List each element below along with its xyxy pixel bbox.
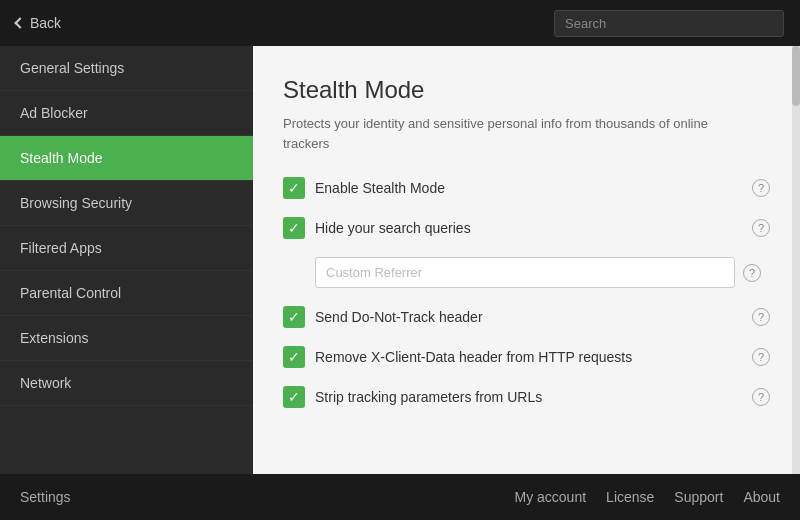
- sidebar-item-general-settings[interactable]: General Settings: [0, 46, 253, 91]
- page-title: Stealth Mode: [283, 76, 770, 104]
- option-send-dnt: ✓ Send Do-Not-Track header ?: [283, 306, 770, 328]
- sidebar-item-stealth-mode[interactable]: Stealth Mode: [0, 136, 253, 181]
- sidebar-item-extensions[interactable]: Extensions: [0, 316, 253, 361]
- back-label: Back: [30, 15, 61, 31]
- footer-settings-label: Settings: [20, 489, 71, 505]
- custom-referrer-row: ?: [315, 257, 770, 288]
- sidebar-item-ad-blocker[interactable]: Ad Blocker: [0, 91, 253, 136]
- sidebar-item-parental-control[interactable]: Parental Control: [0, 271, 253, 316]
- checkbox-remove-xclient[interactable]: ✓: [283, 346, 305, 368]
- option-remove-xclient: ✓ Remove X-Client-Data header from HTTP …: [283, 346, 770, 368]
- back-button[interactable]: Back: [16, 15, 61, 31]
- back-arrow-icon: [14, 17, 25, 28]
- footer-links: My account License Support About: [515, 489, 781, 505]
- option-label-hide-search: Hide your search queries: [315, 220, 742, 236]
- sidebar-item-filtered-apps[interactable]: Filtered Apps: [0, 226, 253, 271]
- option-label-send-dnt: Send Do-Not-Track header: [315, 309, 742, 325]
- checkbox-hide-search[interactable]: ✓: [283, 217, 305, 239]
- top-bar: Back: [0, 0, 800, 46]
- custom-referrer-input[interactable]: [315, 257, 735, 288]
- sidebar: General Settings Ad Blocker Stealth Mode…: [0, 46, 253, 474]
- checkmark-icon: ✓: [288, 310, 300, 324]
- checkbox-strip-tracking[interactable]: ✓: [283, 386, 305, 408]
- checkmark-icon: ✓: [288, 181, 300, 195]
- option-strip-tracking: ✓ Strip tracking parameters from URLs ?: [283, 386, 770, 408]
- scrollbar-track: [792, 46, 800, 474]
- footer-link-my-account[interactable]: My account: [515, 489, 587, 505]
- sidebar-item-network[interactable]: Network: [0, 361, 253, 406]
- help-icon-hide-search[interactable]: ?: [752, 219, 770, 237]
- option-hide-search: ✓ Hide your search queries ?: [283, 217, 770, 239]
- footer-link-support[interactable]: Support: [674, 489, 723, 505]
- help-icon-strip-tracking[interactable]: ?: [752, 388, 770, 406]
- footer-link-about[interactable]: About: [743, 489, 780, 505]
- help-icon-send-dnt[interactable]: ?: [752, 308, 770, 326]
- option-label-remove-xclient: Remove X-Client-Data header from HTTP re…: [315, 349, 742, 365]
- footer-link-license[interactable]: License: [606, 489, 654, 505]
- checkmark-icon: ✓: [288, 350, 300, 364]
- help-icon-custom-referrer[interactable]: ?: [743, 264, 761, 282]
- footer: Settings My account License Support Abou…: [0, 474, 800, 520]
- option-label-enable-stealth: Enable Stealth Mode: [315, 180, 742, 196]
- main-area: General Settings Ad Blocker Stealth Mode…: [0, 46, 800, 474]
- help-icon-enable-stealth[interactable]: ?: [752, 179, 770, 197]
- option-enable-stealth: ✓ Enable Stealth Mode ?: [283, 177, 770, 199]
- option-label-strip-tracking: Strip tracking parameters from URLs: [315, 389, 742, 405]
- help-icon-remove-xclient[interactable]: ?: [752, 348, 770, 366]
- content-area: Stealth Mode Protects your identity and …: [253, 46, 800, 474]
- search-input[interactable]: [554, 10, 784, 37]
- sidebar-item-browsing-security[interactable]: Browsing Security: [0, 181, 253, 226]
- checkmark-icon: ✓: [288, 221, 300, 235]
- checkmark-icon: ✓: [288, 390, 300, 404]
- page-subtitle: Protects your identity and sensitive per…: [283, 114, 743, 153]
- checkbox-enable-stealth[interactable]: ✓: [283, 177, 305, 199]
- checkbox-send-dnt[interactable]: ✓: [283, 306, 305, 328]
- scrollbar-thumb[interactable]: [792, 46, 800, 106]
